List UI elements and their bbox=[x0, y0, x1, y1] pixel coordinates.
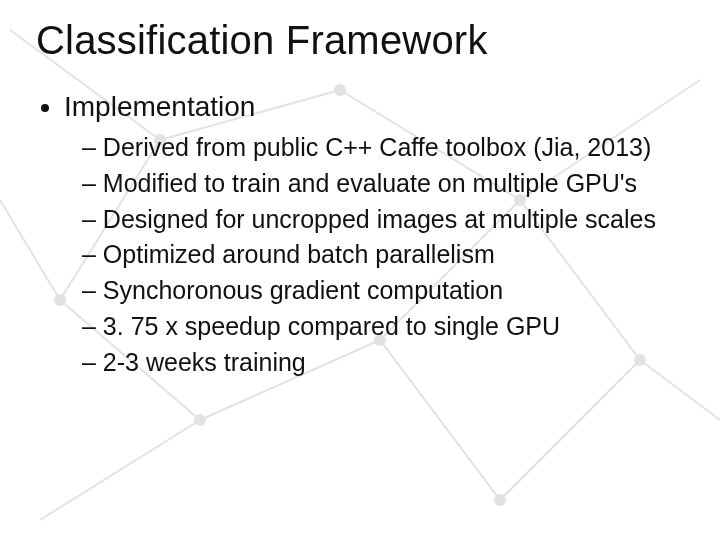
bullet-l2-item: 2-3 weeks training bbox=[82, 346, 684, 380]
slide-title: Classification Framework bbox=[36, 18, 684, 63]
svg-point-21 bbox=[494, 494, 506, 506]
bullet-l2-item: Modified to train and evaluate on multip… bbox=[82, 167, 684, 201]
bullet-l1-label: Implementation bbox=[64, 91, 255, 122]
bullet-list-level2: Derived from public C++ Caffe toolbox (J… bbox=[64, 131, 684, 379]
bullet-l2-item: Designed for uncropped images at multipl… bbox=[82, 203, 684, 237]
slide-content: Classification Framework Implementation … bbox=[0, 0, 720, 379]
svg-line-3 bbox=[40, 420, 200, 520]
svg-line-8 bbox=[500, 360, 640, 500]
bullet-l2-item: Derived from public C++ Caffe toolbox (J… bbox=[82, 131, 684, 165]
bullet-l2-item: 3. 75 x speedup compared to single GPU bbox=[82, 310, 684, 344]
bullet-l2-item: Synchoronous gradient computation bbox=[82, 274, 684, 308]
bullet-list-level1: Implementation Derived from public C++ C… bbox=[36, 91, 684, 379]
bullet-l1-item: Implementation Derived from public C++ C… bbox=[64, 91, 684, 379]
svg-point-16 bbox=[194, 414, 206, 426]
bullet-l2-item: Optimized around batch parallelism bbox=[82, 238, 684, 272]
